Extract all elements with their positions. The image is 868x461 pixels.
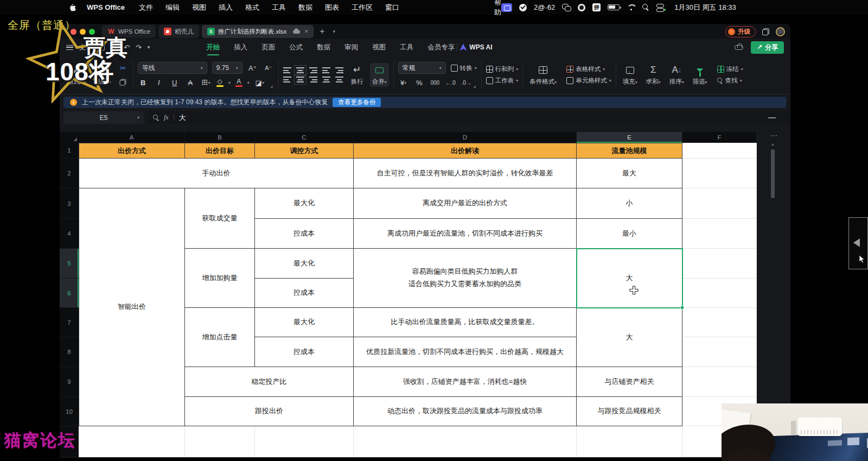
ribbon-tab-7[interactable]: 工具 [400, 41, 413, 54]
rows-cols-button[interactable]: 行和列▾ [486, 65, 519, 73]
cell-D7[interactable]: 比手动出价流量质量高，比获取成交量质量差。 [354, 308, 577, 337]
cell-D11[interactable] [354, 426, 577, 457]
cell-F1[interactable] [682, 143, 757, 159]
paste-button[interactable]: 📋︎ 粘贴 ▾ [93, 63, 113, 87]
cloud-sync-icon[interactable] [735, 45, 743, 50]
cell-C11[interactable] [255, 426, 354, 457]
conditional-format-button[interactable]: 条件格式▾ [527, 63, 559, 87]
font-color-button[interactable]: A [235, 78, 242, 87]
italic-icon[interactable]: I [154, 77, 164, 88]
cell-D5[interactable]: 容易跑偏向类目低购买力加购人群 适合低购买力又需要蓄水加购的品类 [354, 249, 577, 308]
number-format-select[interactable]: 常规▾ [398, 62, 446, 74]
column-header-A[interactable]: A [79, 132, 185, 143]
row-header-4[interactable]: 4 [60, 219, 79, 249]
column-header-C[interactable]: C [255, 132, 354, 143]
align-middle-icon[interactable] [296, 67, 304, 73]
formula-bar[interactable]: fx 大 [148, 111, 790, 124]
menubar-item-5[interactable]: 工具 [272, 3, 286, 12]
control-center-icon[interactable] [656, 4, 665, 11]
font-size-select[interactable]: 9.75▾ [212, 62, 242, 74]
cell-C3[interactable]: 最大化 [255, 188, 354, 219]
document-tab-2[interactable]: S推广计划选择判断表.xlsx× [202, 25, 314, 38]
convert-button[interactable]: 转换▾ [451, 64, 477, 72]
menubar-item-0[interactable]: 文件 [139, 3, 153, 12]
row-header-6[interactable]: 6 [60, 279, 79, 308]
column-header-E[interactable]: E [577, 132, 682, 143]
cell-E4[interactable]: 最小 [577, 219, 682, 249]
ribbon-collapse-icon[interactable] [768, 117, 776, 118]
view-more-backups-button[interactable]: 查看更多备份 [333, 98, 381, 107]
increase-indent-icon[interactable] [335, 67, 343, 73]
row-header-1[interactable]: 1 [60, 143, 79, 159]
ribbon-tab-3[interactable]: 公式 [289, 41, 303, 54]
row-header-8[interactable]: 8 [60, 337, 79, 367]
decrease-indent-icon[interactable] [322, 67, 330, 73]
strikethrough-icon[interactable]: A [185, 77, 196, 88]
document-tab-0[interactable]: WWPS Office [102, 25, 156, 38]
cell-B7[interactable]: 增加点击量 [185, 308, 255, 367]
cell-E5-selected[interactable]: 大 [577, 249, 682, 308]
status-check-icon[interactable] [519, 4, 527, 11]
traffic-light-zoom[interactable] [89, 29, 95, 35]
borders-icon[interactable]: 田▾ [201, 77, 212, 88]
table-style-button[interactable]: 表格样式▾ [566, 65, 611, 73]
comma-style-icon[interactable]: 000 [430, 77, 441, 88]
bold-icon[interactable]: B [138, 77, 149, 88]
quick-access-chevron-icon[interactable]: ▾ [148, 45, 150, 50]
cell-B10[interactable]: 跟投出价 [185, 397, 354, 426]
cell-C6[interactable]: 控成本 [255, 279, 354, 308]
cell-A2[interactable]: 手动出价 [79, 159, 354, 188]
cell-A11[interactable] [79, 426, 185, 457]
decrease-font-icon[interactable]: A⁻ [263, 62, 274, 73]
menubar-item-6[interactable]: 数据 [298, 3, 312, 12]
worksheet-button[interactable]: 工作表▾ [486, 77, 519, 85]
tab-list-chevron-icon[interactable]: ▾ [331, 25, 338, 38]
ribbon-tab-0[interactable]: 开始 [206, 41, 220, 54]
chat-bubbles-icon[interactable] [562, 4, 571, 11]
vertical-scrollbar-thumb[interactable] [771, 149, 775, 198]
cell-F6[interactable] [682, 279, 757, 308]
cell-C4[interactable]: 控成本 [255, 219, 354, 249]
cell-F9[interactable] [682, 367, 757, 397]
align-top-icon[interactable] [283, 67, 291, 73]
fx-icon[interactable]: fx [164, 113, 169, 122]
share-button[interactable]: ↗ 分享 [751, 41, 784, 54]
column-header-D[interactable]: D [354, 132, 577, 143]
ribbon-tab-4[interactable]: 数据 [317, 41, 330, 54]
cell-F3[interactable] [682, 188, 757, 219]
traffic-light-minimize[interactable] [80, 29, 86, 35]
file-menu-button[interactable]: 文件 [79, 43, 92, 52]
cell-E2[interactable]: 最大 [577, 159, 682, 188]
tab-close-icon[interactable]: × [304, 28, 308, 35]
menubar-item-3[interactable]: 插入 [219, 3, 233, 12]
font-name-select[interactable]: 等线▾ [138, 62, 207, 74]
cell-C8[interactable]: 控成本 [255, 337, 354, 367]
app-circle-icon[interactable] [578, 4, 585, 11]
align-left-icon[interactable] [283, 77, 291, 83]
row-header-5[interactable]: 5 [60, 249, 79, 279]
cell-C5[interactable]: 最大化 [255, 249, 354, 279]
battery-icon[interactable] [608, 4, 620, 10]
row-header-9[interactable]: 9 [60, 367, 79, 397]
input-method-icon[interactable]: 拼 [592, 3, 601, 11]
cell-style-button[interactable]: 单元格样式▾ [566, 77, 611, 85]
menubar-item-1[interactable]: 编辑 [165, 3, 180, 12]
decrease-decimal-icon[interactable]: .0→ [461, 77, 472, 88]
menubar-app-name[interactable]: WPS Office [87, 3, 125, 11]
select-all-corner[interactable] [60, 132, 79, 143]
cell-A3[interactable]: 智能出价 [79, 188, 185, 426]
row-header-3[interactable]: 3 [60, 188, 79, 219]
cell-F5[interactable] [682, 249, 757, 279]
cell-D8[interactable]: 优质拉新流量池，切割不同成本进行购买，出价越高，规模越大 [354, 337, 577, 367]
print-icon[interactable] [111, 45, 118, 50]
cell-C7[interactable]: 最大化 [255, 308, 354, 337]
row-header-10[interactable]: 10 [60, 397, 79, 426]
spotlight-search-icon[interactable] [642, 4, 649, 11]
ribbon-tab-1[interactable]: 插入 [234, 41, 247, 54]
cell-D1[interactable]: 出价解读 [354, 143, 577, 159]
cell-F4[interactable] [682, 219, 757, 249]
align-center-icon[interactable] [296, 77, 304, 83]
increase-font-icon[interactable]: A⁺ [247, 62, 258, 73]
justify-icon[interactable] [322, 77, 330, 83]
underline-icon[interactable]: U [169, 77, 180, 88]
